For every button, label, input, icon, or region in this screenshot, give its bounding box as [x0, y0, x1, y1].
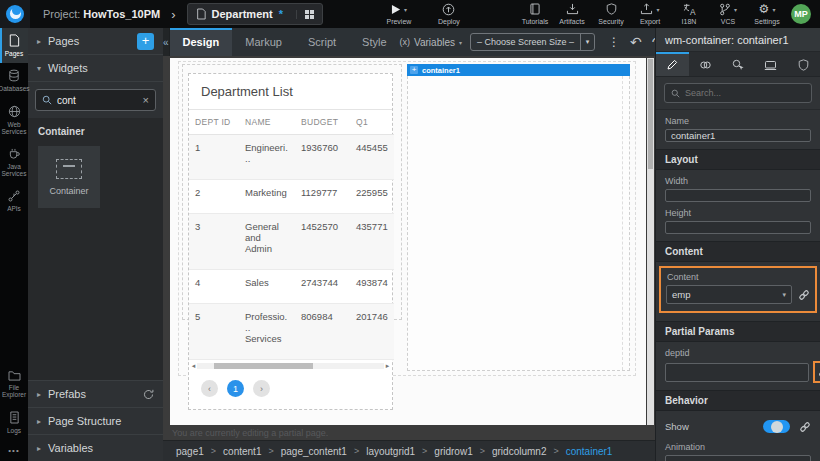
scroll-left-icon[interactable]: ◂: [190, 362, 197, 369]
scrollbar-thumb[interactable]: [214, 363, 313, 369]
cell: 445455: [350, 135, 394, 180]
clear-search-icon[interactable]: ×: [143, 94, 149, 106]
scrollbar-track[interactable]: [197, 363, 384, 369]
rail-more-button[interactable]: •••: [0, 440, 28, 461]
content-select[interactable]: emp ▾: [666, 285, 792, 304]
prev-page-button[interactable]: ‹: [201, 380, 218, 397]
chevron-down-icon[interactable]: ▾: [404, 6, 407, 13]
rail-item-logs[interactable]: Logs: [0, 405, 28, 440]
datatable-widget[interactable]: Department List DEPT ID NAME BUDGET Q1: [188, 73, 393, 410]
page-tab-department[interactable]: Department *: [187, 3, 323, 25]
undo-button[interactable]: ↶: [625, 29, 647, 55]
artifacts-button[interactable]: Artifacts: [554, 0, 590, 28]
export-button[interactable]: ▾ Export: [632, 0, 668, 28]
scrollbar-thumb[interactable]: [648, 59, 653, 169]
variables-section-header[interactable]: ▸ Variables: [28, 434, 163, 461]
security-button[interactable]: Security: [593, 0, 629, 28]
breadcrumb-item-current[interactable]: container1: [566, 446, 613, 457]
rail-item-file-explorer[interactable]: File Explorer: [0, 364, 28, 405]
property-search-input[interactable]: [685, 88, 805, 98]
coffee-icon: [8, 148, 21, 160]
rail-item-java-services[interactable]: Java Services: [0, 142, 28, 184]
breadcrumb-item[interactable]: content1: [223, 446, 261, 457]
user-avatar[interactable]: MP: [791, 4, 811, 24]
widget-search-input[interactable]: [57, 95, 138, 106]
page-icon: [196, 8, 206, 20]
chevron-down-icon[interactable]: ▾: [734, 6, 737, 13]
breadcrumb-item[interactable]: layoutgrid1: [366, 446, 415, 457]
chevron-right-icon[interactable]: ›: [171, 7, 175, 22]
tab-style[interactable]: Style: [349, 28, 399, 56]
add-widget-icon[interactable]: +: [410, 66, 418, 74]
scroll-right-icon[interactable]: ▸: [384, 362, 391, 369]
breadcrumb-item[interactable]: gridcolumn2: [492, 446, 546, 457]
width-field[interactable]: [665, 189, 811, 202]
selected-container-widget[interactable]: + container1: [407, 64, 630, 371]
cell: 806984: [295, 304, 350, 360]
table-row[interactable]: 5 Professio... Services 806984 201746: [189, 304, 394, 360]
screen-size-select[interactable]: – Choose Screen Size – ▾: [470, 33, 595, 51]
show-toggle[interactable]: [763, 420, 790, 433]
canvas-vertical-scrollbar[interactable]: [647, 58, 654, 425]
tutorials-button[interactable]: Tutorials: [517, 0, 553, 28]
rail-item-databases[interactable]: Databases: [0, 63, 28, 98]
i18n-button[interactable]: A I18N: [671, 0, 707, 28]
tab-styles[interactable]: [689, 52, 722, 76]
name-field[interactable]: [665, 129, 811, 142]
collapsed-arrow-icon: ▸: [37, 417, 48, 426]
table-row[interactable]: 4 Sales 2743744 493874: [189, 270, 394, 304]
rail-item-apis[interactable]: APIs: [0, 184, 28, 218]
chevron-down-icon[interactable]: ▾: [656, 6, 659, 13]
animation-select[interactable]: ▾: [665, 455, 811, 461]
table-row[interactable]: 2 Marketing 1129777 225955: [189, 180, 394, 214]
next-page-button[interactable]: ›: [253, 380, 270, 397]
tab-events[interactable]: [722, 52, 755, 76]
col-budget[interactable]: BUDGET: [295, 110, 350, 135]
tab-markup[interactable]: Markup: [232, 28, 295, 56]
widgets-section-header[interactable]: ▾ Widgets: [28, 55, 163, 82]
breadcrumb-item[interactable]: page_content1: [281, 446, 347, 457]
page-structure-section-header[interactable]: ▸ Page Structure: [28, 407, 163, 434]
bind-show-icon[interactable]: [799, 421, 811, 433]
height-field[interactable]: [665, 221, 811, 234]
table-row[interactable]: 3 General and Admin 1452570 435771: [189, 214, 394, 270]
preview-button[interactable]: ▾ Preview: [381, 0, 417, 28]
col-dept-id[interactable]: DEPT ID: [189, 110, 239, 135]
col-name[interactable]: NAME: [239, 110, 295, 135]
gridcolumn1-outline[interactable]: Department List DEPT ID NAME BUDGET Q1: [182, 64, 402, 320]
breadcrumb-item[interactable]: gridrow1: [434, 446, 472, 457]
page-canvas[interactable]: Department List DEPT ID NAME BUDGET Q1: [170, 58, 646, 425]
pages-section-header[interactable]: ▸ Pages +: [28, 28, 163, 55]
prefabs-section-header[interactable]: ▸ Prefabs: [28, 380, 163, 407]
current-page-button[interactable]: 1: [227, 380, 244, 397]
more-options-icon[interactable]: ⋮: [603, 35, 625, 49]
tab-script[interactable]: Script: [295, 28, 349, 56]
table-row[interactable]: 1 Engineeri... 1936760 445455: [189, 135, 394, 180]
tab-properties[interactable]: [656, 52, 689, 76]
selection-header-bar[interactable]: + container1: [407, 64, 630, 76]
vcs-button[interactable]: ▾ VCS: [710, 0, 746, 28]
col-q1[interactable]: Q1: [350, 110, 394, 135]
tab-devices[interactable]: [754, 52, 787, 76]
refresh-icon[interactable]: [143, 389, 154, 400]
add-page-button[interactable]: +: [137, 33, 154, 50]
download-icon: [566, 3, 579, 15]
settings-button[interactable]: ⚙▾ Settings: [749, 0, 785, 28]
project-name: HowTos_10PM: [83, 8, 160, 20]
pages-grid-icon[interactable]: [296, 10, 314, 19]
horizontal-scrollbar[interactable]: ◂ ▸: [189, 360, 392, 371]
bind-content-icon[interactable]: [798, 289, 810, 301]
rail-item-web-services[interactable]: Web Services: [0, 99, 28, 142]
deptid-field[interactable]: [665, 363, 809, 382]
rail-item-pages[interactable]: Pages: [0, 28, 28, 63]
wavemaker-logo[interactable]: [0, 0, 30, 28]
tab-security[interactable]: [787, 52, 820, 76]
chevron-down-icon[interactable]: ▾: [772, 6, 775, 13]
deploy-button[interactable]: Deploy: [431, 0, 467, 28]
translate-icon: A: [683, 3, 696, 15]
container-drop-area[interactable]: [407, 76, 630, 371]
container-widget-card[interactable]: Container: [38, 146, 100, 208]
tab-design[interactable]: Design: [170, 28, 233, 56]
breadcrumb-item[interactable]: page1: [176, 446, 204, 457]
variables-dropdown[interactable]: (x) Variables ▾: [400, 37, 462, 48]
